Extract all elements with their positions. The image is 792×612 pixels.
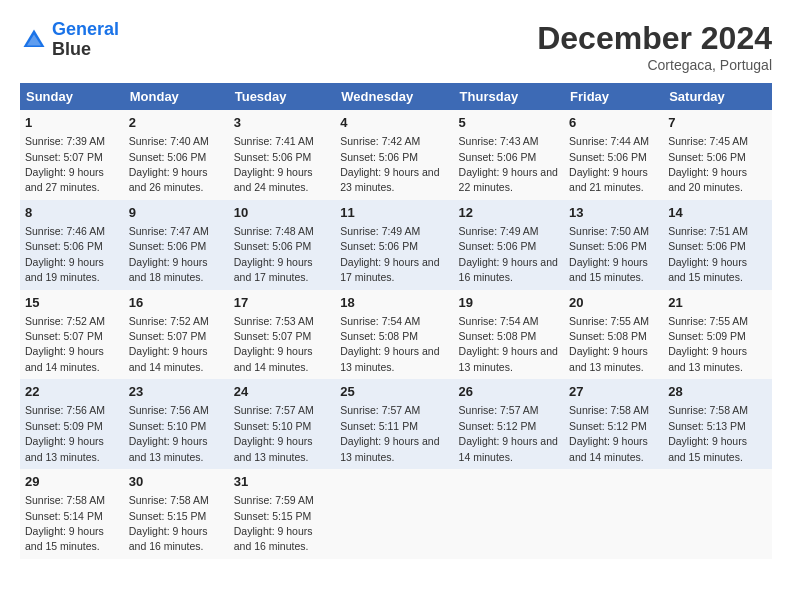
day-number: 6	[569, 114, 658, 132]
weekday-header-monday: Monday	[124, 83, 229, 110]
month-title: December 2024	[537, 20, 772, 57]
day-cell: 15 Sunrise: 7:52 AMSunset: 5:07 PMDaylig…	[20, 290, 124, 380]
day-info: Sunrise: 7:47 AMSunset: 5:06 PMDaylight:…	[129, 225, 209, 283]
day-info: Sunrise: 7:40 AMSunset: 5:06 PMDaylight:…	[129, 135, 209, 193]
day-info: Sunrise: 7:59 AMSunset: 5:15 PMDaylight:…	[234, 494, 314, 552]
weekday-header-sunday: Sunday	[20, 83, 124, 110]
day-info: Sunrise: 7:54 AMSunset: 5:08 PMDaylight:…	[340, 315, 439, 373]
day-number: 16	[129, 294, 224, 312]
day-info: Sunrise: 7:44 AMSunset: 5:06 PMDaylight:…	[569, 135, 649, 193]
day-number: 2	[129, 114, 224, 132]
day-cell: 5 Sunrise: 7:43 AMSunset: 5:06 PMDayligh…	[454, 110, 564, 200]
weekday-header-thursday: Thursday	[454, 83, 564, 110]
day-info: Sunrise: 7:46 AMSunset: 5:06 PMDaylight:…	[25, 225, 105, 283]
day-cell: 27 Sunrise: 7:58 AMSunset: 5:12 PMDaylig…	[564, 379, 663, 469]
day-cell: 11 Sunrise: 7:49 AMSunset: 5:06 PMDaylig…	[335, 200, 453, 290]
day-info: Sunrise: 7:52 AMSunset: 5:07 PMDaylight:…	[129, 315, 209, 373]
day-cell: 16 Sunrise: 7:52 AMSunset: 5:07 PMDaylig…	[124, 290, 229, 380]
weekday-header-wednesday: Wednesday	[335, 83, 453, 110]
day-cell: 29 Sunrise: 7:58 AMSunset: 5:14 PMDaylig…	[20, 469, 124, 559]
day-number: 20	[569, 294, 658, 312]
logo-text: GeneralBlue	[52, 20, 119, 60]
day-cell: 17 Sunrise: 7:53 AMSunset: 5:07 PMDaylig…	[229, 290, 336, 380]
day-number: 1	[25, 114, 119, 132]
day-number: 25	[340, 383, 448, 401]
day-number: 13	[569, 204, 658, 222]
day-info: Sunrise: 7:58 AMSunset: 5:15 PMDaylight:…	[129, 494, 209, 552]
day-info: Sunrise: 7:50 AMSunset: 5:06 PMDaylight:…	[569, 225, 649, 283]
day-cell: 22 Sunrise: 7:56 AMSunset: 5:09 PMDaylig…	[20, 379, 124, 469]
day-cell: 2 Sunrise: 7:40 AMSunset: 5:06 PMDayligh…	[124, 110, 229, 200]
day-info: Sunrise: 7:58 AMSunset: 5:14 PMDaylight:…	[25, 494, 105, 552]
day-cell: 18 Sunrise: 7:54 AMSunset: 5:08 PMDaylig…	[335, 290, 453, 380]
day-number: 8	[25, 204, 119, 222]
day-number: 19	[459, 294, 559, 312]
day-cell: 12 Sunrise: 7:49 AMSunset: 5:06 PMDaylig…	[454, 200, 564, 290]
day-cell	[335, 469, 453, 559]
week-row-4: 22 Sunrise: 7:56 AMSunset: 5:09 PMDaylig…	[20, 379, 772, 469]
day-cell: 23 Sunrise: 7:56 AMSunset: 5:10 PMDaylig…	[124, 379, 229, 469]
day-info: Sunrise: 7:42 AMSunset: 5:06 PMDaylight:…	[340, 135, 439, 193]
day-number: 5	[459, 114, 559, 132]
page-header: GeneralBlue December 2024 Cortegaca, Por…	[20, 20, 772, 73]
day-info: Sunrise: 7:57 AMSunset: 5:12 PMDaylight:…	[459, 404, 558, 462]
day-info: Sunrise: 7:51 AMSunset: 5:06 PMDaylight:…	[668, 225, 748, 283]
title-block: December 2024 Cortegaca, Portugal	[537, 20, 772, 73]
day-cell: 1 Sunrise: 7:39 AMSunset: 5:07 PMDayligh…	[20, 110, 124, 200]
day-number: 27	[569, 383, 658, 401]
day-cell: 10 Sunrise: 7:48 AMSunset: 5:06 PMDaylig…	[229, 200, 336, 290]
day-cell: 13 Sunrise: 7:50 AMSunset: 5:06 PMDaylig…	[564, 200, 663, 290]
day-cell: 8 Sunrise: 7:46 AMSunset: 5:06 PMDayligh…	[20, 200, 124, 290]
day-info: Sunrise: 7:43 AMSunset: 5:06 PMDaylight:…	[459, 135, 558, 193]
day-cell: 3 Sunrise: 7:41 AMSunset: 5:06 PMDayligh…	[229, 110, 336, 200]
day-number: 28	[668, 383, 767, 401]
day-number: 10	[234, 204, 331, 222]
day-number: 21	[668, 294, 767, 312]
day-cell	[454, 469, 564, 559]
day-cell	[564, 469, 663, 559]
day-cell: 20 Sunrise: 7:55 AMSunset: 5:08 PMDaylig…	[564, 290, 663, 380]
day-number: 31	[234, 473, 331, 491]
day-cell: 21 Sunrise: 7:55 AMSunset: 5:09 PMDaylig…	[663, 290, 772, 380]
week-row-1: 1 Sunrise: 7:39 AMSunset: 5:07 PMDayligh…	[20, 110, 772, 200]
weekday-header-saturday: Saturday	[663, 83, 772, 110]
day-info: Sunrise: 7:39 AMSunset: 5:07 PMDaylight:…	[25, 135, 105, 193]
day-number: 24	[234, 383, 331, 401]
day-number: 26	[459, 383, 559, 401]
day-cell: 19 Sunrise: 7:54 AMSunset: 5:08 PMDaylig…	[454, 290, 564, 380]
day-number: 17	[234, 294, 331, 312]
day-cell	[663, 469, 772, 559]
day-number: 7	[668, 114, 767, 132]
day-number: 11	[340, 204, 448, 222]
day-cell: 28 Sunrise: 7:58 AMSunset: 5:13 PMDaylig…	[663, 379, 772, 469]
day-cell: 7 Sunrise: 7:45 AMSunset: 5:06 PMDayligh…	[663, 110, 772, 200]
day-info: Sunrise: 7:53 AMSunset: 5:07 PMDaylight:…	[234, 315, 314, 373]
week-row-5: 29 Sunrise: 7:58 AMSunset: 5:14 PMDaylig…	[20, 469, 772, 559]
day-number: 4	[340, 114, 448, 132]
day-cell: 31 Sunrise: 7:59 AMSunset: 5:15 PMDaylig…	[229, 469, 336, 559]
day-info: Sunrise: 7:57 AMSunset: 5:11 PMDaylight:…	[340, 404, 439, 462]
day-info: Sunrise: 7:49 AMSunset: 5:06 PMDaylight:…	[459, 225, 558, 283]
day-cell: 6 Sunrise: 7:44 AMSunset: 5:06 PMDayligh…	[564, 110, 663, 200]
day-number: 30	[129, 473, 224, 491]
day-info: Sunrise: 7:58 AMSunset: 5:12 PMDaylight:…	[569, 404, 649, 462]
day-info: Sunrise: 7:56 AMSunset: 5:10 PMDaylight:…	[129, 404, 209, 462]
logo: GeneralBlue	[20, 20, 119, 60]
weekday-header-friday: Friday	[564, 83, 663, 110]
location: Cortegaca, Portugal	[537, 57, 772, 73]
day-number: 15	[25, 294, 119, 312]
logo-icon	[20, 26, 48, 54]
week-row-2: 8 Sunrise: 7:46 AMSunset: 5:06 PMDayligh…	[20, 200, 772, 290]
day-cell: 30 Sunrise: 7:58 AMSunset: 5:15 PMDaylig…	[124, 469, 229, 559]
day-number: 3	[234, 114, 331, 132]
day-info: Sunrise: 7:58 AMSunset: 5:13 PMDaylight:…	[668, 404, 748, 462]
calendar-table: SundayMondayTuesdayWednesdayThursdayFrid…	[20, 83, 772, 559]
day-number: 22	[25, 383, 119, 401]
day-info: Sunrise: 7:55 AMSunset: 5:08 PMDaylight:…	[569, 315, 649, 373]
day-info: Sunrise: 7:54 AMSunset: 5:08 PMDaylight:…	[459, 315, 558, 373]
day-cell: 25 Sunrise: 7:57 AMSunset: 5:11 PMDaylig…	[335, 379, 453, 469]
day-cell: 14 Sunrise: 7:51 AMSunset: 5:06 PMDaylig…	[663, 200, 772, 290]
day-cell: 9 Sunrise: 7:47 AMSunset: 5:06 PMDayligh…	[124, 200, 229, 290]
day-number: 18	[340, 294, 448, 312]
day-info: Sunrise: 7:56 AMSunset: 5:09 PMDaylight:…	[25, 404, 105, 462]
